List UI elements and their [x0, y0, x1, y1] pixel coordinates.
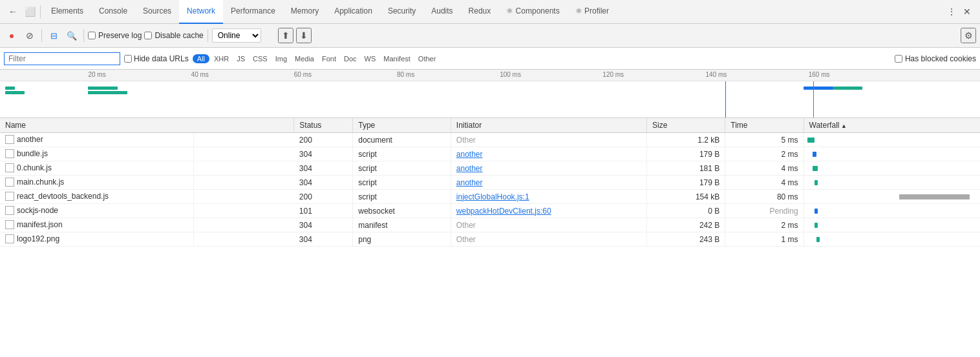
cell-status: 304 [294, 232, 353, 247]
table-row[interactable]: another200documentOther1.2 kB5 ms [0, 133, 980, 147]
tab-end-icons: ⋮ ✕ [941, 5, 977, 18]
disable-cache-input[interactable] [144, 32, 152, 39]
waterfall-bar [807, 138, 815, 143]
back-icon[interactable]: ← [6, 5, 19, 18]
cell-waterfall [804, 176, 980, 190]
import-button[interactable]: ⬆ [278, 28, 293, 43]
filter-type-img[interactable]: Img [272, 54, 290, 63]
header-size[interactable]: Size [647, 118, 725, 133]
toolbar-divider [41, 29, 42, 42]
header-initiator[interactable]: Initiator [451, 118, 646, 133]
has-blocked-cookies-input[interactable] [895, 55, 902, 63]
header-time[interactable]: Time [725, 118, 804, 133]
table-row[interactable]: main.chunk.js304scriptanother179 B4 ms [0, 176, 980, 190]
cell-status: 304 [294, 176, 353, 190]
has-blocked-cookies-label: Has blocked cookies [905, 54, 976, 63]
timeline-ruler: 20 ms40 ms60 ms80 ms100 ms120 ms140 ms16… [0, 70, 980, 81]
header-name[interactable]: Name [0, 118, 294, 133]
filter-type-all[interactable]: All [193, 54, 209, 63]
waterfall-bar [815, 223, 818, 228]
export-button[interactable]: ⬇ [296, 28, 312, 43]
ruler-tick: 80 ms [397, 71, 414, 78]
settings-button[interactable]: ⚙ [961, 28, 976, 43]
filter-button[interactable]: ⊟ [46, 28, 61, 43]
record-button[interactable]: ● [4, 28, 19, 43]
cell-name: sockjs-node [0, 204, 194, 217]
stop-button[interactable]: ⊘ [22, 28, 37, 43]
table-row[interactable]: 0.chunk.js304scriptanother181 B4 ms [0, 161, 980, 176]
initiator-link[interactable]: webpackHotDevClient.js:60 [456, 207, 551, 216]
cell-type: script [353, 190, 451, 204]
file-icon [5, 163, 14, 172]
more-tabs-icon[interactable]: ⋮ [945, 5, 958, 18]
table-row[interactable]: react_devtools_backend.js200scriptinject… [0, 190, 980, 204]
header-type[interactable]: Type [353, 118, 451, 133]
tab---components[interactable]: ⚛ Components [498, 0, 567, 24]
tab---profiler[interactable]: ⚛ Profiler [568, 0, 617, 24]
filter-type-other[interactable]: Other [415, 54, 440, 63]
waterfall-bar [813, 166, 818, 171]
table-row[interactable]: bundle.js304scriptanother179 B2 ms [0, 147, 980, 161]
tab-audits[interactable]: Audits [423, 0, 460, 24]
file-icon [5, 220, 14, 229]
filter-type-js[interactable]: JS [233, 54, 248, 63]
cell-type: png [353, 232, 451, 247]
tab-sources[interactable]: Sources [135, 0, 179, 24]
timeline-red-line [813, 81, 814, 118]
initiator-link[interactable]: another [456, 178, 483, 187]
filter-type-ws[interactable]: WS [361, 54, 379, 63]
preserve-log-checkbox[interactable]: Preserve log [88, 31, 142, 40]
cell-name: logo192.png [0, 232, 194, 245]
timeline-bar-1 [5, 87, 15, 90]
table-row[interactable]: logo192.png304pngOther243 B1 ms [0, 232, 980, 247]
tab-elements[interactable]: Elements [43, 0, 91, 24]
tab-network[interactable]: Network [179, 0, 223, 24]
panel-icon[interactable]: ⬜ [23, 5, 36, 18]
cell-type: script [353, 176, 451, 190]
cell-name: bundle.js [0, 147, 194, 160]
cell-time: 1 ms [725, 232, 804, 247]
timeline-bar-5 [804, 87, 833, 90]
initiator-link[interactable]: another [456, 164, 483, 173]
filter-type-media[interactable]: Media [292, 54, 317, 63]
filter-type-xhr[interactable]: XHR [211, 54, 232, 63]
hide-data-urls-label: Hide data URLs [134, 54, 189, 63]
cell-initiator: Other [451, 218, 646, 232]
disable-cache-checkbox[interactable]: Disable cache [144, 31, 203, 40]
tab-application[interactable]: Application [326, 0, 380, 24]
network-throttle-select[interactable]: OnlineOfflineSlow 3GFast 3G [212, 28, 261, 43]
tab-security[interactable]: Security [380, 0, 423, 24]
filter-type-css[interactable]: CSS [250, 54, 271, 63]
filter-type-font[interactable]: Font [319, 54, 339, 63]
timeline: 20 ms40 ms60 ms80 ms100 ms120 ms140 ms16… [0, 70, 980, 118]
preserve-log-input[interactable] [88, 32, 96, 39]
file-icon [5, 192, 14, 201]
tab-memory[interactable]: Memory [283, 0, 326, 24]
ruler-tick: 40 ms [191, 71, 209, 78]
cell-waterfall [804, 204, 980, 218]
header-status[interactable]: Status [294, 118, 353, 133]
table-row[interactable]: manifest.json304manifestOther242 B2 ms [0, 218, 980, 232]
tab-redux[interactable]: Redux [461, 0, 499, 24]
header-waterfall[interactable]: Waterfall [804, 118, 980, 133]
initiator-link[interactable]: injectGlobalHook.js:1 [456, 192, 529, 201]
file-name: logo192.png [17, 234, 59, 243]
network-table: Name Status Type Initiator Size Time Wat… [0, 118, 980, 247]
ruler-tick: 60 ms [294, 71, 312, 78]
close-devtools-icon[interactable]: ✕ [961, 5, 974, 18]
search-button[interactable]: 🔍 [64, 28, 80, 43]
hide-data-urls-checkbox[interactable]: Hide data URLs [124, 54, 189, 63]
cell-status: 304 [294, 147, 353, 161]
panel-icons: ← ⬜ [3, 5, 41, 18]
filter-bar: Hide data URLs AllXHRJSCSSImgMediaFontDo… [0, 48, 980, 70]
initiator-link[interactable]: another [456, 150, 483, 159]
tab-console[interactable]: Console [91, 0, 135, 24]
tab-performance[interactable]: Performance [223, 0, 283, 24]
table-row[interactable]: sockjs-node101websocketwebpackHotDevClie… [0, 204, 980, 218]
filter-type-doc[interactable]: Doc [341, 54, 360, 63]
filter-input[interactable] [4, 52, 120, 65]
filter-type-manifest[interactable]: Manifest [380, 54, 414, 63]
hide-data-urls-input[interactable] [124, 55, 132, 63]
cell-type: script [353, 147, 451, 161]
waterfall-bar [813, 152, 816, 157]
